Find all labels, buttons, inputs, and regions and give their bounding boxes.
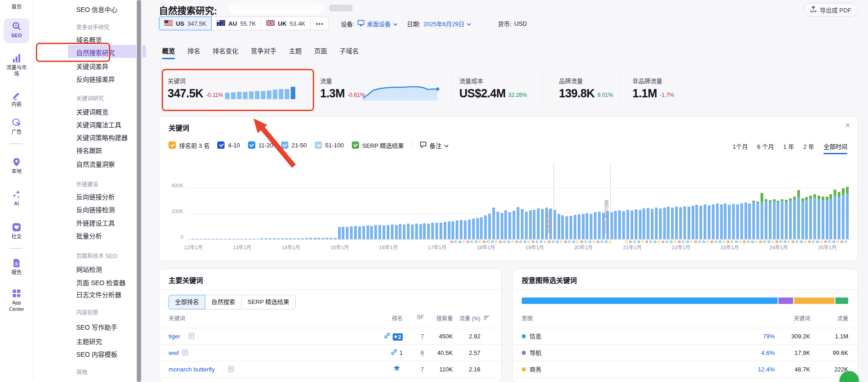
- intent-percent-link[interactable]: 12.4%: [758, 361, 775, 378]
- menu-item[interactable]: 关键词差异: [76, 62, 108, 71]
- rail-item-local[interactable]: 本地: [0, 157, 33, 174]
- keyword-link[interactable]: wwf: [169, 345, 179, 361]
- menu-item[interactable]: 反向链接分析: [76, 192, 115, 201]
- menu-item[interactable]: 关键词魔法工具: [76, 120, 121, 129]
- menu-item[interactable]: SEO 内容模板: [76, 349, 117, 359]
- serp-update-icon: G: [531, 240, 534, 244]
- menu-item[interactable]: 自然流量洞察: [76, 159, 115, 169]
- annotation-line: [610, 163, 611, 239]
- segment-自然搜索[interactable]: 自然搜索: [205, 295, 242, 309]
- menu-item[interactable]: 域名概览: [76, 35, 102, 44]
- filter-checkbox[interactable]: 11-20: [248, 141, 273, 149]
- serp-update-icon: G: [483, 240, 485, 244]
- filter-checkbox[interactable]: 4-10: [217, 141, 240, 149]
- range-全部时间[interactable]: 全部时间: [823, 142, 847, 154]
- scrollbar-thumb[interactable]: [137, 0, 141, 382]
- menu-item[interactable]: 自然搜索研究: [76, 48, 115, 57]
- keyword-link[interactable]: tiger: [169, 328, 180, 345]
- rail-item-report[interactable]: 报告: [0, 258, 33, 275]
- segment-SERP 精选结果[interactable]: SERP 精选结果: [241, 295, 296, 309]
- menu-item[interactable]: 网站检测: [76, 264, 102, 274]
- divider: [10, 248, 23, 249]
- serp-update-icon: C: [674, 240, 676, 244]
- date-select[interactable]: 日期: 2025年6月29日: [407, 19, 471, 28]
- menu-item-seo-dashboard[interactable]: SEO 信息中心: [76, 5, 117, 14]
- rail-item-social[interactable]: 社交: [0, 222, 33, 240]
- upload-icon: [810, 6, 817, 14]
- serp-update-icon: C: [454, 240, 457, 244]
- rail-item-apps[interactable]: App Center: [0, 288, 33, 312]
- serp-update-icon: G: [605, 240, 608, 244]
- serp-update-icon: G: [475, 240, 478, 244]
- menu-item[interactable]: SEO 写作助手: [76, 322, 117, 331]
- serp-update-icon: C: [731, 240, 733, 244]
- range-1 年[interactable]: 1 年: [783, 142, 794, 154]
- serp-update-icon: G: [710, 240, 713, 244]
- sf-value[interactable]: 7: [421, 366, 424, 373]
- intent-percent-link[interactable]: 79%: [763, 328, 775, 345]
- serp-preview-icon[interactable]: [182, 346, 188, 362]
- filter-checkbox[interactable]: 21-50: [281, 141, 307, 149]
- menu-item[interactable]: 批量分析: [76, 231, 102, 240]
- serp-update-icon: C: [609, 240, 612, 244]
- sort-icon[interactable]: [484, 315, 490, 321]
- sf-value[interactable]: 7: [421, 333, 424, 340]
- metric-3: 品牌流量139.8K9.01%: [559, 69, 613, 108]
- serp-update-icon: G: [686, 240, 689, 244]
- top-keywords-header: 关键词 排名 SF 搜索量 流量 (%): [159, 314, 502, 326]
- tab-4[interactable]: 主题: [289, 46, 302, 59]
- keyword-link[interactable]: monarch butterfly: [169, 361, 214, 378]
- range-1个月[interactable]: 1个月: [733, 142, 748, 154]
- rail-item-home[interactable]: 首页: [0, 3, 33, 10]
- db-tab-au[interactable]: AU55.7K: [211, 17, 261, 30]
- menu-item[interactable]: 关键词概览: [76, 107, 108, 116]
- tab-5[interactable]: 页面: [314, 46, 327, 59]
- rail-item-traffic[interactable]: 流量与市场: [0, 53, 33, 77]
- notes-dropdown[interactable]: 备注: [420, 141, 449, 150]
- close-icon[interactable]: ×: [845, 120, 850, 130]
- more-databases-button[interactable]: •••: [310, 17, 329, 30]
- tab-0[interactable]: 概览: [162, 46, 175, 59]
- menu-item[interactable]: 主题研究: [76, 337, 102, 346]
- content-icon: [0, 90, 33, 100]
- filter-checkbox[interactable]: SERP 精选结果: [352, 141, 404, 150]
- rail-item-content[interactable]: 内容: [0, 90, 33, 107]
- device-select[interactable]: 设备: 桌面设备: [341, 19, 398, 28]
- serp-preview-icon[interactable]: [228, 362, 234, 379]
- export-pdf-button[interactable]: 导出成 PDF: [804, 3, 858, 17]
- menu-item[interactable]: 外链建设工具: [76, 218, 115, 227]
- menu-item[interactable]: 页面 SEO 检查器: [76, 278, 125, 287]
- menu-item[interactable]: 反向链接差异: [76, 74, 115, 84]
- sf-value[interactable]: 6: [421, 349, 424, 357]
- filter-checkbox[interactable]: 排名前 3 名: [169, 141, 209, 150]
- db-tab-us[interactable]: US347.5K: [159, 17, 212, 30]
- serp-update-icon: G: [816, 240, 819, 244]
- tab-2[interactable]: 排名变化: [213, 46, 238, 59]
- rail-item-seo[interactable]: SEO: [0, 21, 33, 39]
- filter-checkbox[interactable]: 51-100: [315, 141, 344, 149]
- menu-item[interactable]: 关键词策略构建器: [76, 133, 128, 142]
- local-icon: [0, 157, 33, 167]
- rail-item-ai[interactable]: AI: [0, 189, 33, 207]
- x-tick: 21年1月: [618, 243, 647, 251]
- serp-update-icon: C: [715, 240, 717, 244]
- x-tick: 12年1月: [179, 243, 208, 251]
- position-filters: 排名前 3 名4-1011-2021-5051-100SERP 精选结果备注: [169, 140, 449, 150]
- menu-item[interactable]: 排名跟踪: [76, 146, 102, 155]
- tab-3[interactable]: 竞争对手: [251, 46, 276, 59]
- serp-update-icon: C: [690, 240, 693, 244]
- rail-item-ads[interactable]: 广告: [0, 118, 33, 135]
- range-2 年[interactable]: 2 年: [803, 142, 814, 154]
- serp-update-icon: G: [654, 240, 656, 244]
- menu-item[interactable]: 反向链接检测: [76, 205, 115, 214]
- segment-全部排名[interactable]: 全部排名: [169, 295, 205, 309]
- db-tab-uk[interactable]: UK53.4K: [261, 17, 311, 30]
- serp-preview-icon[interactable]: [189, 329, 194, 346]
- range-6 个月[interactable]: 6 个月: [757, 142, 774, 154]
- table-row-partial: [513, 377, 857, 382]
- tab-1[interactable]: 排名: [187, 46, 200, 59]
- intent-percent-link[interactable]: 4.6%: [761, 345, 775, 361]
- tab-6[interactable]: 子域名: [339, 46, 359, 59]
- menu-item[interactable]: 日志文件分析器: [76, 290, 121, 299]
- serp-update-icon: C: [601, 240, 603, 244]
